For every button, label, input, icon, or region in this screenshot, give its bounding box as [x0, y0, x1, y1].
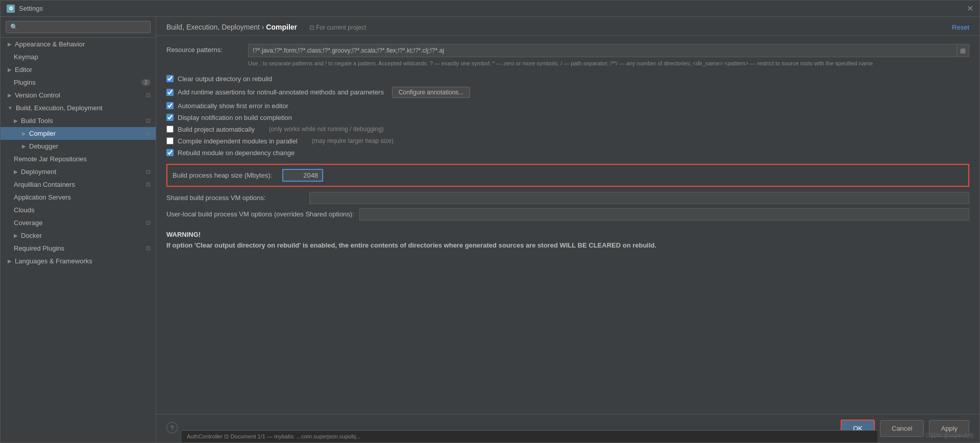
- sidebar-item-label: Languages & Frameworks: [15, 257, 92, 265]
- auto-show-error-checkbox[interactable]: [166, 102, 174, 109]
- compiler-settings-content: Resource patterns: ⊞ Use ; to separate p…: [156, 36, 979, 414]
- help-button[interactable]: ?: [166, 422, 178, 433]
- sidebar-item-label: Compiler: [29, 130, 56, 137]
- sidebar-item-keymap[interactable]: Keymap: [1, 51, 156, 63]
- cancel-button[interactable]: Cancel: [880, 420, 924, 437]
- main-content-area: ▶ Appearance & Behavior Keymap ▶ Editor …: [1, 17, 979, 442]
- clear-output-row: Clear output directory on rebuild: [166, 75, 969, 83]
- sidebar-item-label: Application Servers: [14, 193, 71, 201]
- arrow-icon: ▼: [8, 105, 13, 111]
- warning-text: If option 'Clear output directory on reb…: [166, 240, 969, 251]
- sidebar-item-docker[interactable]: ▶ Docker: [1, 229, 156, 242]
- add-runtime-label: Add runtime assertions for notnull-annot…: [178, 88, 384, 96]
- build-auto-checkbox[interactable]: [166, 126, 174, 133]
- close-button[interactable]: ✕: [967, 4, 973, 13]
- arrow-icon: ▶: [22, 143, 26, 149]
- clear-output-checkbox[interactable]: [166, 75, 174, 82]
- shared-vm-label: Shared build process VM options:: [166, 194, 304, 202]
- sidebar-item-clouds[interactable]: Clouds: [1, 204, 156, 216]
- warning-title: WARNING!: [166, 231, 969, 238]
- sidebar-item-debugger[interactable]: ▶ Debugger: [1, 140, 156, 153]
- sidebar-item-label: Keymap: [14, 53, 38, 61]
- add-runtime-checkbox[interactable]: [166, 89, 174, 96]
- breadcrumb-current: Compiler: [266, 23, 297, 31]
- window-title: Settings: [19, 5, 43, 12]
- search-input[interactable]: [6, 21, 151, 33]
- sidebar-item-deployment[interactable]: ▶ Deployment ⊡: [1, 165, 156, 178]
- resource-patterns-row: Resource patterns: ⊞: [166, 44, 969, 57]
- arrow-icon: ▶: [14, 118, 18, 124]
- heap-size-label: Build process heap size (Mbytes):: [173, 171, 272, 179]
- sidebar-item-version-control[interactable]: ▶ Version Control ⊡: [1, 89, 156, 102]
- sidebar-item-arquillian[interactable]: Arquillian Containers ⊡: [1, 178, 156, 191]
- display-notification-label: Display notification on build completion: [178, 114, 292, 121]
- sidebar-item-label: Version Control: [15, 91, 60, 99]
- sidebar-item-editor[interactable]: ▶ Editor: [1, 63, 156, 76]
- reset-link[interactable]: Reset: [952, 23, 969, 31]
- sidebar-item-label: Build Tools: [21, 117, 53, 125]
- search-box: [1, 17, 156, 38]
- for-project-label: ⊡ For current project: [309, 24, 366, 31]
- add-runtime-row: Add runtime assertions for notnull-annot…: [166, 87, 969, 98]
- auto-show-error-row: Automatically show first error in editor: [166, 102, 969, 110]
- repo-icon: ⊡: [146, 245, 151, 252]
- build-auto-label: Build project automatically: [178, 126, 255, 133]
- breadcrumb: Build, Execution, Deployment › Compiler …: [166, 23, 366, 31]
- auto-show-error-label: Automatically show first error in editor: [178, 102, 288, 110]
- footer: AuthController ⊡ Document 1/1 — mybatis:…: [156, 414, 979, 442]
- watermark: CSDN @super先生: [926, 432, 974, 439]
- user-vm-label: User-local build process VM options (ove…: [166, 210, 354, 218]
- arrow-icon: ▶: [8, 92, 12, 98]
- sidebar-item-label: Appearance & Behavior: [15, 40, 85, 48]
- sidebar-item-label: Remote Jar Repositories: [14, 155, 87, 163]
- resource-patterns-input[interactable]: [248, 44, 957, 57]
- arrow-icon: ▶: [8, 41, 12, 47]
- user-vm-input[interactable]: [359, 208, 969, 220]
- sidebar-item-label: Deployment: [21, 168, 56, 176]
- sidebar-item-build-exec-deploy[interactable]: ▼ Build, Execution, Deployment: [1, 102, 156, 114]
- status-bar-text: AuthController ⊡ Document 1/1 — mybatis:…: [187, 433, 360, 440]
- sidebar-item-label: Build, Execution, Deployment: [16, 104, 103, 112]
- configure-annotations-button[interactable]: Configure annotations...: [392, 87, 470, 98]
- sidebar-item-label: Plugins: [14, 79, 36, 86]
- sidebar-item-coverage[interactable]: Coverage ⊡: [1, 216, 156, 229]
- rebuild-module-row: Rebuild module on dependency change: [166, 149, 969, 157]
- sidebar-item-compiler[interactable]: ▶ Compiler ⊡: [1, 127, 156, 140]
- sidebar-item-remote-jar[interactable]: Remote Jar Repositories: [1, 153, 156, 165]
- rebuild-module-label: Rebuild module on dependency change: [178, 149, 295, 157]
- heap-size-input[interactable]: [282, 169, 323, 182]
- sidebar-item-label: Coverage: [14, 219, 42, 227]
- shared-vm-input[interactable]: [309, 192, 969, 204]
- repo-icon: ⊡: [146, 92, 151, 99]
- repo-icon: ⊡: [146, 130, 151, 137]
- sidebar-item-label: Editor: [15, 66, 32, 73]
- sidebar-item-build-tools[interactable]: ▶ Build Tools ⊡: [1, 114, 156, 127]
- heap-size-row: Build process heap size (Mbytes):: [166, 164, 969, 187]
- clear-output-label: Clear output directory on rebuild: [178, 75, 272, 83]
- arrow-icon: ▶: [22, 131, 26, 136]
- repo-icon: ⊡: [146, 219, 151, 226]
- sidebar: ▶ Appearance & Behavior Keymap ▶ Editor …: [1, 17, 156, 442]
- compile-parallel-row: Compile independent modules in parallel …: [166, 137, 969, 145]
- plugins-badge: 2: [141, 79, 151, 86]
- display-notification-checkbox[interactable]: [166, 114, 174, 121]
- resource-patterns-label: Resource patterns:: [166, 44, 248, 54]
- main-header: Build, Execution, Deployment › Compiler …: [156, 17, 979, 36]
- sidebar-item-appearance[interactable]: ▶ Appearance & Behavior: [1, 38, 156, 51]
- breadcrumb-parent: Build, Execution, Deployment: [166, 23, 260, 31]
- settings-window: ⚙ Settings ✕ ▶ Appearance & Behavior Key…: [0, 0, 980, 443]
- build-auto-note: (only works while not running / debuggin…: [269, 126, 384, 133]
- arrow-icon: ▶: [14, 169, 18, 175]
- expand-button[interactable]: ⊞: [957, 44, 969, 57]
- compile-parallel-label: Compile independent modules in parallel: [178, 137, 298, 145]
- sidebar-item-languages[interactable]: ▶ Languages & Frameworks: [1, 255, 156, 267]
- sidebar-item-required-plugins[interactable]: Required Plugins ⊡: [1, 242, 156, 255]
- sidebar-item-app-servers[interactable]: Application Servers: [1, 191, 156, 204]
- main-panel: Build, Execution, Deployment › Compiler …: [156, 17, 979, 442]
- sidebar-item-plugins[interactable]: Plugins 2: [1, 76, 156, 89]
- sidebar-item-label: Docker: [21, 232, 42, 239]
- repo-icon: ⊡: [146, 168, 151, 175]
- rebuild-module-checkbox[interactable]: [166, 149, 174, 156]
- compile-parallel-checkbox[interactable]: [166, 137, 174, 144]
- shared-vm-row: Shared build process VM options:: [166, 192, 969, 204]
